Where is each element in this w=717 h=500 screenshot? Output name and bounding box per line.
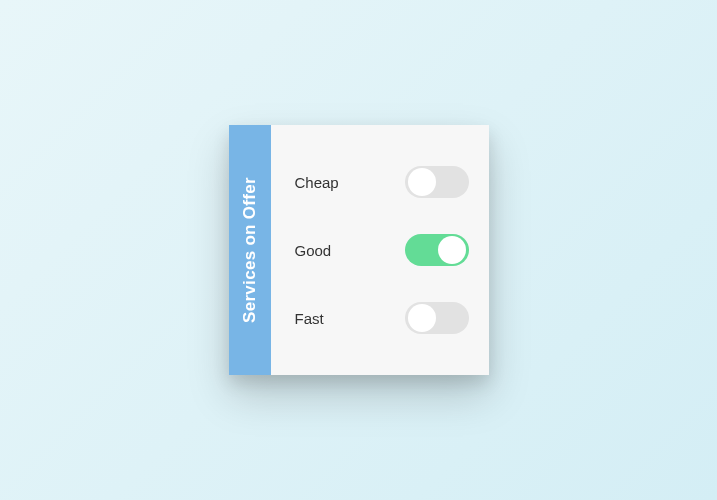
toggle-knob (408, 168, 436, 196)
toggle-label: Good (295, 242, 332, 259)
toggle-row-cheap: Cheap (295, 166, 469, 198)
toggle-knob (438, 236, 466, 264)
toggle-label: Fast (295, 310, 324, 327)
toggle-row-good: Good (295, 234, 469, 266)
toggle-good[interactable] (405, 234, 469, 266)
toggle-cheap[interactable] (405, 166, 469, 198)
toggle-row-fast: Fast (295, 302, 469, 334)
toggle-label: Cheap (295, 174, 339, 191)
sidebar: Services on Offer (229, 125, 271, 375)
services-card: Services on Offer Cheap Good Fast (229, 125, 489, 375)
toggle-fast[interactable] (405, 302, 469, 334)
sidebar-title: Services on Offer (240, 177, 260, 323)
toggles-list: Cheap Good Fast (271, 125, 489, 375)
toggle-knob (408, 304, 436, 332)
